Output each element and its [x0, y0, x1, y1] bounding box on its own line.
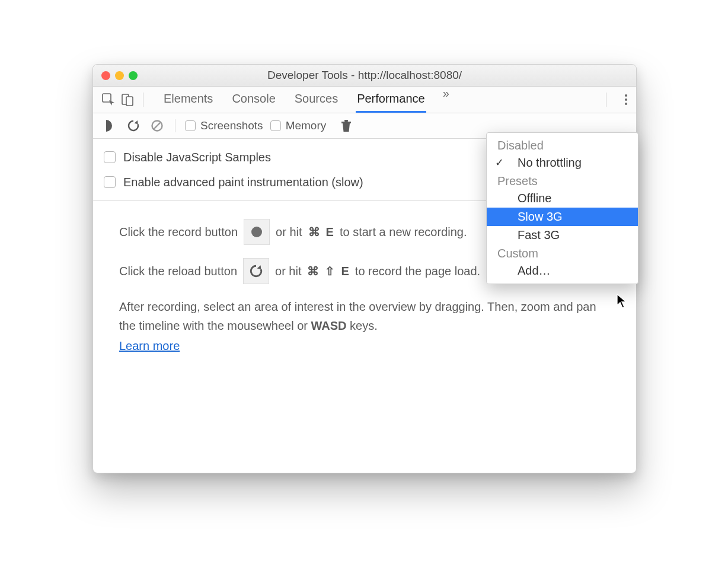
kebab-menu-icon[interactable]	[624, 93, 628, 106]
disable-js-samples-label: Disable JavaScript Samples	[123, 151, 271, 164]
record-icon[interactable]	[101, 117, 118, 134]
instruction-text: Click the record button	[119, 222, 238, 241]
dropdown-item-label: No throttling	[518, 156, 582, 169]
svg-rect-9	[344, 120, 348, 122]
tab-elements[interactable]: Elements	[162, 87, 214, 113]
kbd-cmd: ⌘	[308, 222, 320, 241]
kbd-e: E	[341, 262, 349, 281]
devtools-tabbar: Elements Console Sources Performance »	[93, 87, 636, 113]
minimize-window-button[interactable]	[115, 71, 124, 80]
dropdown-item-label: Add…	[518, 264, 551, 277]
dropdown-group-custom: Custom	[487, 244, 638, 262]
separator	[606, 93, 606, 107]
dropdown-group-disabled: Disabled	[487, 136, 638, 154]
disable-js-samples-checkbox[interactable]	[104, 151, 116, 163]
screenshots-checkbox[interactable]: Screenshots	[185, 119, 263, 132]
inspect-element-icon[interactable]	[100, 91, 117, 108]
kbd-cmd: ⌘	[307, 262, 319, 281]
dropdown-group-presets: Presets	[487, 172, 638, 189]
instruction-text: Click the reload button	[119, 262, 237, 281]
record-dot-icon	[251, 227, 262, 237]
dropdown-item-label: Fast 3G	[518, 228, 560, 241]
check-icon: ✓	[495, 156, 504, 169]
svg-point-5	[625, 103, 627, 105]
tabs-overflow-button[interactable]: »	[443, 87, 449, 113]
screenshots-label: Screenshots	[200, 119, 263, 132]
mouse-cursor-icon	[617, 294, 628, 309]
dropdown-item-slow-3g[interactable]: Slow 3G	[487, 208, 638, 226]
dropdown-item-fast-3g[interactable]: Fast 3G	[487, 226, 638, 244]
dropdown-item-no-throttling[interactable]: ✓ No throttling	[487, 154, 638, 172]
svg-point-4	[625, 98, 627, 101]
svg-line-7	[154, 122, 161, 129]
kbd-e: E	[326, 222, 334, 241]
reload-icon[interactable]	[125, 117, 142, 134]
wasd: WASD	[311, 319, 347, 332]
tab-performance[interactable]: Performance	[356, 87, 426, 113]
tab-console[interactable]: Console	[231, 87, 276, 113]
tab-sources[interactable]: Sources	[293, 87, 339, 113]
traffic-lights	[101, 71, 138, 80]
zoom-window-button[interactable]	[129, 71, 138, 80]
dropdown-item-add[interactable]: Add…	[487, 262, 638, 280]
clear-icon[interactable]	[149, 117, 165, 134]
record-button-sample[interactable]	[244, 219, 270, 245]
tabs: Elements Console Sources Performance »	[162, 87, 599, 113]
separator	[175, 119, 175, 132]
device-toolbar-icon[interactable]	[119, 91, 136, 108]
svg-rect-2	[126, 97, 133, 106]
screenshots-checkbox-input[interactable]	[185, 120, 196, 131]
instruction-text: keys.	[347, 319, 378, 332]
dropdown-item-offline[interactable]: Offline	[487, 189, 638, 208]
reload-button-sample[interactable]	[243, 258, 269, 284]
window-title: Developer Tools - http://localhost:8080/	[93, 69, 636, 82]
trash-icon[interactable]	[338, 117, 355, 134]
close-window-button[interactable]	[101, 71, 110, 80]
memory-label: Memory	[286, 119, 327, 132]
titlebar: Developer Tools - http://localhost:8080/	[93, 65, 636, 87]
dropdown-item-label: Offline	[518, 192, 551, 205]
kbd-shift: ⇧	[325, 262, 335, 281]
instruction-text: to start a new recording.	[340, 222, 467, 241]
instruction-text: or hit	[276, 222, 302, 241]
network-throttling-dropdown[interactable]: Disabled ✓ No throttling Presets Offline…	[486, 132, 638, 284]
svg-point-3	[625, 94, 627, 97]
svg-rect-8	[341, 122, 351, 123]
paint-instrumentation-label: Enable advanced paint instrumentation (s…	[123, 176, 363, 189]
dropdown-item-label: Slow 3G	[518, 210, 563, 223]
memory-checkbox-input[interactable]	[270, 120, 281, 131]
memory-checkbox[interactable]: Memory	[270, 119, 327, 132]
learn-more-link[interactable]: Learn more	[119, 339, 180, 352]
instruction-text: to record the page load.	[355, 262, 480, 281]
instruction-text: or hit	[275, 262, 301, 281]
separator	[143, 93, 143, 107]
paint-instrumentation-checkbox[interactable]	[104, 176, 116, 188]
instruction-paragraph: After recording, select an area of inter…	[119, 297, 610, 335]
